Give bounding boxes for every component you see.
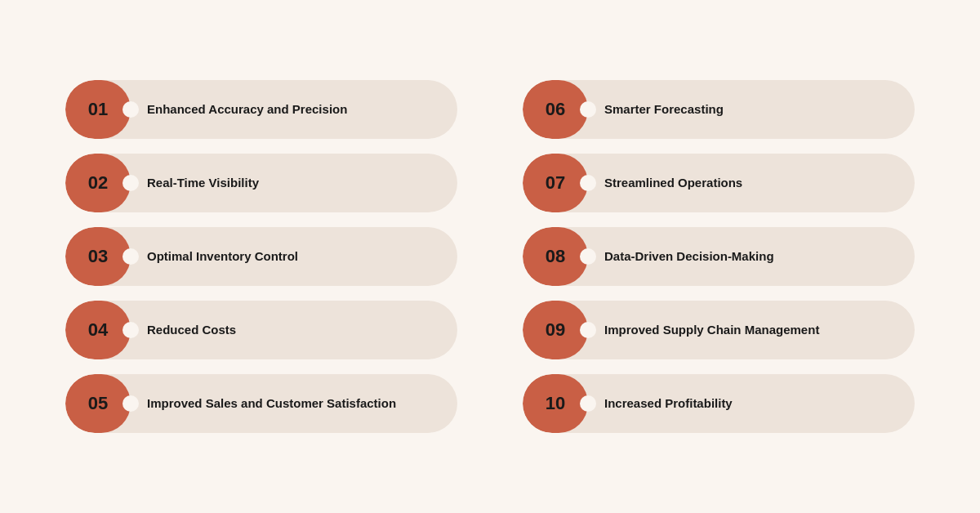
- item-number: 10: [523, 374, 588, 433]
- list-item: 05Improved Sales and Customer Satisfacti…: [65, 374, 457, 433]
- item-number: 09: [523, 301, 588, 359]
- item-number: 02: [65, 154, 131, 212]
- list-item: 08Data-Driven Decision-Making: [523, 227, 915, 286]
- list-item: 02Real-Time Visibility: [65, 154, 457, 212]
- column-2: 06Smarter Forecasting07Streamlined Opera…: [523, 80, 915, 433]
- item-number: 05: [65, 374, 131, 433]
- item-number: 07: [523, 154, 588, 212]
- list-item: 03Optimal Inventory Control: [65, 227, 457, 286]
- list-item: 10Increased Profitability: [523, 374, 915, 433]
- item-number: 03: [65, 227, 131, 286]
- list-item: 09Improved Supply Chain Management: [523, 301, 915, 359]
- item-label: Optimal Inventory Control: [131, 237, 457, 276]
- item-label: Real-Time Visibility: [131, 163, 457, 203]
- item-label: Improved Supply Chain Management: [588, 310, 915, 350]
- list-item: 04Reduced Costs: [65, 301, 457, 359]
- item-number: 04: [65, 301, 131, 359]
- item-number: 01: [65, 80, 131, 139]
- item-number: 06: [523, 80, 588, 139]
- list-item: 07Streamlined Operations: [523, 154, 915, 212]
- item-label: Increased Profitability: [588, 384, 915, 423]
- column-1: 01Enhanced Accuracy and Precision02Real-…: [65, 80, 457, 433]
- list-item: 06Smarter Forecasting: [523, 80, 915, 139]
- item-label: Reduced Costs: [131, 310, 457, 350]
- item-label: Data-Driven Decision-Making: [588, 237, 915, 276]
- item-label: Smarter Forecasting: [588, 90, 915, 129]
- item-number: 08: [523, 227, 588, 286]
- item-label: Improved Sales and Customer Satisfaction: [131, 384, 457, 423]
- list-item: 01Enhanced Accuracy and Precision: [65, 80, 457, 139]
- item-label: Enhanced Accuracy and Precision: [131, 90, 457, 129]
- item-label: Streamlined Operations: [588, 163, 915, 203]
- main-container: 01Enhanced Accuracy and Precision02Real-…: [0, 47, 980, 466]
